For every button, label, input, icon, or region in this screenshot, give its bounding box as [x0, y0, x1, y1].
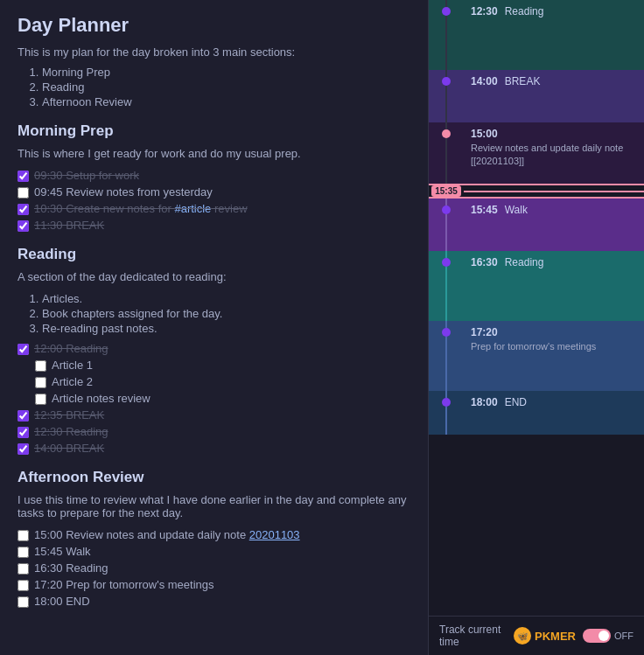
section-item: Reading — [42, 80, 410, 94]
time-label: 17:20 — [471, 326, 498, 338]
task-item: 12:35 BREAK — [18, 408, 410, 422]
task-item: 15:00 Review notes and update daily note… — [18, 528, 410, 541]
event-label: BREAK — [505, 75, 541, 87]
pkmer-icon: 🦋 — [514, 627, 531, 645]
task-label: Article 2 — [52, 375, 93, 388]
task-checkbox[interactable] — [18, 547, 29, 558]
task-label: 17:20 Prep for tomorrow's meetings — [34, 578, 214, 591]
task-item: 14:00 BREAK — [18, 442, 410, 455]
task-item: 10:30 Create new notes for #article revi… — [18, 202, 410, 215]
task-item: 17:20 Prep for tomorrow's meetings — [18, 578, 410, 591]
time-label: 12:30 — [471, 5, 498, 17]
task-label: 09:45 Review notes from yesterday — [34, 185, 213, 199]
task-label: 15:00 Review notes and update daily note… — [34, 528, 300, 541]
timeline-item-1545: 15:45 Walk — [429, 199, 644, 251]
page-title: Day Planner — [18, 14, 410, 37]
timeline-item-1800: 18:00 END — [429, 391, 644, 435]
timeline-item-1630: 16:30 Reading — [429, 251, 644, 321]
task-label: 14:00 BREAK — [34, 442, 104, 455]
reading-items-list: Articles. Book chapters assigned for the… — [18, 292, 410, 335]
task-label: 12:00 Reading — [34, 342, 108, 355]
time-label: 15:45 — [471, 204, 498, 216]
task-checkbox[interactable] — [18, 580, 29, 591]
task-item: 11:30 BREAK — [18, 219, 410, 232]
afternoon-heading: Afternoon Review — [18, 469, 410, 486]
sub-task-item: Article 1 — [35, 359, 410, 372]
task-item: 16:30 Reading — [18, 561, 410, 575]
task-label: 16:30 Reading — [34, 561, 108, 575]
task-checkbox[interactable] — [18, 563, 29, 575]
toggle-thumb — [598, 631, 609, 641]
time-label: 14:00 — [471, 75, 498, 87]
task-checkbox[interactable] — [18, 204, 29, 215]
current-time-label: 15:35 — [431, 185, 461, 197]
task-checkbox[interactable] — [18, 187, 29, 199]
event-desc: Review notes and update daily note [[202… — [471, 142, 637, 169]
reading-desc: A section of the day dedicated to readin… — [18, 270, 410, 283]
task-checkbox[interactable] — [35, 394, 46, 405]
task-checkbox[interactable] — [18, 427, 29, 438]
toggle-track[interactable] — [583, 629, 611, 643]
pkmer-badge: 🦋 PKMER — [514, 627, 576, 645]
time-label: 16:30 — [471, 256, 498, 268]
sub-task-item: Article 2 — [35, 375, 410, 388]
morning-heading: Morning Prep — [18, 122, 410, 140]
task-checkbox[interactable] — [35, 360, 46, 372]
event-desc: Prep for tomorrow's meetings — [471, 340, 637, 353]
track-label: Track current time — [439, 624, 514, 648]
toggle-switch[interactable]: OFF — [583, 629, 634, 643]
task-item: 18:00 END — [18, 595, 410, 608]
task-label: 10:30 Create new notes for #article revi… — [34, 202, 248, 215]
sub-tasks: Article 1 Article 2 Article notes review — [35, 359, 410, 405]
task-label: Article 1 — [52, 359, 93, 372]
event-label: Walk — [505, 204, 528, 216]
task-item: 09:30 Setup for work — [18, 169, 410, 182]
task-item: 09:45 Review notes from yesterday — [18, 185, 410, 199]
task-label: 12:35 BREAK — [34, 408, 104, 422]
event-label: Reading — [505, 256, 544, 268]
current-time-bar: 15:35 — [429, 184, 644, 199]
task-checkbox[interactable] — [18, 530, 29, 541]
time-label: 18:00 — [471, 396, 498, 408]
task-item: 12:30 Reading — [18, 425, 410, 438]
pkmer-text: PKMER — [535, 630, 576, 643]
reading-item: Re-reading past notes. — [42, 322, 410, 335]
task-checkbox[interactable] — [18, 443, 29, 455]
task-label: Article notes review — [52, 392, 150, 405]
event-label: Reading — [505, 5, 544, 17]
task-checkbox[interactable] — [18, 171, 29, 182]
reading-heading: Reading — [18, 246, 410, 263]
task-checkbox[interactable] — [18, 344, 29, 355]
intro-text: This is my plan for the day broken into … — [18, 45, 410, 59]
afternoon-desc: I use this time to review what I have do… — [18, 493, 410, 519]
timeline-item-1230: 12:30 Reading — [429, 0, 644, 70]
timeline-container: 12:30 Reading 14:00 BREAK — [429, 0, 644, 616]
task-checkbox[interactable] — [18, 596, 29, 608]
right-panel: 12:30 Reading 14:00 BREAK — [429, 0, 644, 655]
task-item: 12:00 Reading — [18, 342, 410, 355]
task-item: 15:45 Walk — [18, 545, 410, 558]
task-label: 18:00 END — [34, 595, 90, 608]
task-checkbox[interactable] — [35, 377, 46, 388]
left-panel: Day Planner This is my plan for the day … — [0, 0, 429, 655]
sub-task-item: Article notes review — [35, 392, 410, 405]
task-label: 12:30 Reading — [34, 425, 108, 438]
time-label: 15:00 — [471, 128, 498, 140]
reading-item: Book chapters assigned for the day. — [42, 307, 410, 320]
timeline-item-1500: 15:00 Review notes and update daily note… — [429, 122, 644, 184]
event-label: END — [505, 396, 527, 408]
task-checkbox[interactable] — [18, 410, 29, 422]
track-bar: Track current time 🦋 PKMER OFF — [429, 616, 644, 655]
task-label: 15:45 Walk — [34, 545, 91, 558]
timeline-item-1400: 14:00 BREAK — [429, 70, 644, 122]
task-checkbox[interactable] — [18, 220, 29, 232]
timeline-item-1720: 17:20 Prep for tomorrow's meetings — [429, 321, 644, 391]
toggle-off-label: OFF — [614, 631, 634, 641]
daily-note-link[interactable]: 20201103 — [249, 528, 300, 541]
task-label: 09:30 Setup for work — [34, 169, 139, 182]
morning-desc: This is where I get ready for work and d… — [18, 147, 410, 160]
section-item: Afternoon Review — [42, 95, 410, 108]
task-label: 11:30 BREAK — [34, 219, 104, 232]
reading-item: Articles. — [42, 292, 410, 305]
section-item: Morning Prep — [42, 66, 410, 79]
